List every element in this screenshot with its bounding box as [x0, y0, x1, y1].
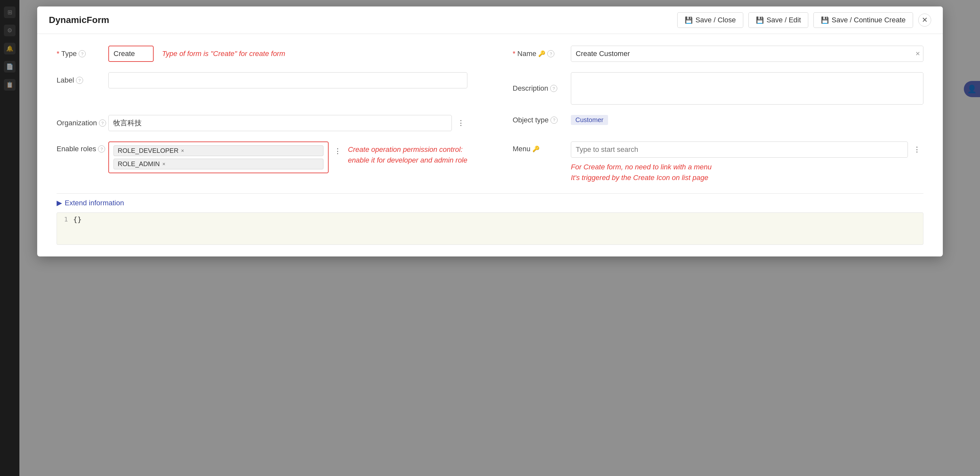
form-col-type: * Type ? Create Type of form is "Create"…	[57, 46, 467, 62]
objtype-help-icon[interactable]: ?	[550, 117, 558, 124]
label-label: Label ?	[57, 76, 108, 85]
role-developer-tag: ROLE_DEVELOPER ×	[113, 145, 323, 156]
close-icon: ✕	[922, 16, 928, 24]
menu-annotation-line2: It's triggered by the Create Icon on lis…	[571, 172, 923, 183]
org-input[interactable]	[108, 115, 452, 131]
role-admin-tag: ROLE_ADMIN ×	[113, 159, 323, 169]
form-col-desc: Description ?	[513, 72, 923, 105]
modal-overlay: DynamicForm 💾 Save / Close 💾 Save / Edit…	[0, 0, 980, 476]
roles-box: ROLE_DEVELOPER × ROLE_ADMIN ×	[108, 142, 329, 173]
save-edit-icon: 💾	[756, 16, 764, 24]
type-value: Create	[113, 50, 135, 58]
role-admin-label: ROLE_ADMIN	[118, 160, 160, 168]
roles-annotation-line1: Create operation permission control:	[348, 144, 467, 155]
menu-label: Menu 🔑	[513, 142, 565, 153]
name-help-icon[interactable]: ?	[547, 50, 554, 58]
save-continue-create-button[interactable]: 💾 Save / Continue Create	[813, 12, 913, 28]
type-input[interactable]: Create	[108, 46, 154, 62]
role-developer-remove[interactable]: ×	[181, 148, 184, 154]
org-label-text: Organization	[57, 119, 97, 127]
menu-wrapper: ⋮	[571, 142, 923, 158]
modal-close-button[interactable]: ✕	[918, 14, 931, 27]
extend-section: ▶ Extend information	[57, 193, 923, 207]
menu-annotation-line1: For Create form, no need to link with a …	[571, 161, 923, 172]
label-label-text: Label	[57, 76, 74, 85]
form-row-label-desc: Label ? Description ?	[57, 72, 923, 105]
type-label-text: Type	[62, 50, 77, 58]
extend-information-link[interactable]: ▶ Extend information	[57, 199, 923, 207]
type-required-star: *	[57, 50, 59, 58]
save-edit-button[interactable]: 💾 Save / Edit	[748, 12, 808, 28]
code-editor[interactable]: 1 {}	[57, 212, 923, 245]
name-input[interactable]	[571, 46, 923, 62]
extend-chevron-icon: ▶	[57, 199, 62, 207]
roles-label: Enable roles ?	[57, 142, 108, 153]
menu-label-text: Menu	[513, 145, 530, 153]
menu-annotation: For Create form, no need to link with a …	[571, 161, 923, 183]
modal-container: DynamicForm 💾 Save / Close 💾 Save / Edit…	[37, 6, 943, 256]
roles-help-icon[interactable]: ?	[98, 145, 105, 153]
form-row-org-objtype: Organization ? ⋮ Object type ?	[57, 115, 923, 131]
objtype-label-text: Object type	[513, 116, 549, 125]
name-key-icon: 🔑	[538, 50, 545, 58]
save-edit-label: Save / Edit	[767, 16, 801, 24]
menu-search-input[interactable]	[571, 142, 908, 158]
roles-label-text: Enable roles	[57, 145, 96, 153]
desc-label-text: Description	[513, 84, 548, 93]
roles-more-button[interactable]: ⋮	[331, 145, 344, 158]
form-col-objtype: Object type ? Customer	[513, 115, 923, 125]
type-field-wrapper: Create Type of form is "Create" for crea…	[108, 46, 467, 62]
save-close-label: Save / Close	[695, 16, 736, 24]
description-textarea[interactable]	[571, 72, 923, 105]
org-more-button[interactable]: ⋮	[454, 117, 467, 129]
code-line-1: 1 {}	[57, 213, 923, 226]
form-col-org: Organization ? ⋮	[57, 115, 467, 131]
name-input-wrapper: ✕	[571, 46, 923, 62]
role-developer-label: ROLE_DEVELOPER	[118, 147, 178, 155]
name-clear-button[interactable]: ✕	[915, 50, 920, 58]
roles-annotation-line2: enable it for developer and admin role	[348, 155, 467, 166]
object-type-value: Customer	[571, 115, 608, 125]
name-label-text: Name	[517, 50, 536, 58]
modal-body: * Type ? Create Type of form is "Create"…	[37, 34, 943, 256]
desc-label: Description ?	[513, 84, 565, 93]
menu-more-button[interactable]: ⋮	[910, 143, 923, 156]
form-col-menu: Menu 🔑 ⋮ For Create form, no need to lin…	[513, 142, 923, 183]
form-row-roles-menu: Enable roles ? ROLE_DEVELOPER × ROLE_ADM…	[57, 142, 923, 183]
roles-annotation: Create operation permission control: ena…	[348, 144, 467, 166]
form-col-label: Label ?	[57, 72, 467, 88]
name-required-star: *	[513, 50, 515, 58]
menu-key-icon: 🔑	[532, 145, 539, 153]
line-content-1: {}	[73, 215, 82, 224]
type-label: * Type ?	[57, 50, 108, 58]
modal-title: DynamicForm	[49, 15, 109, 25]
desc-help-icon[interactable]: ?	[550, 85, 557, 92]
save-continue-label: Save / Continue Create	[832, 16, 905, 24]
save-close-icon: 💾	[685, 16, 693, 24]
name-label: * Name 🔑 ?	[513, 50, 565, 58]
form-col-roles: Enable roles ? ROLE_DEVELOPER × ROLE_ADM…	[57, 142, 467, 173]
type-annotation: Type of form is "Create" for create form	[162, 50, 285, 58]
type-help-icon[interactable]: ?	[79, 50, 86, 58]
org-wrapper: ⋮	[108, 115, 467, 131]
label-help-icon[interactable]: ?	[76, 77, 83, 84]
form-row-type-name: * Type ? Create Type of form is "Create"…	[57, 46, 923, 62]
org-label: Organization ?	[57, 119, 108, 127]
save-continue-icon: 💾	[821, 16, 829, 24]
header-actions: 💾 Save / Close 💾 Save / Edit 💾 Save / Co…	[677, 12, 931, 28]
modal-header: DynamicForm 💾 Save / Close 💾 Save / Edit…	[37, 6, 943, 34]
label-input[interactable]	[108, 72, 467, 88]
extend-label: Extend information	[65, 199, 124, 207]
objtype-label: Object type ?	[513, 116, 565, 125]
save-close-button[interactable]: 💾 Save / Close	[677, 12, 743, 28]
form-col-name: * Name 🔑 ? ✕	[513, 46, 923, 62]
line-number-1: 1	[57, 215, 73, 224]
role-admin-remove[interactable]: ×	[162, 161, 165, 167]
org-help-icon[interactable]: ?	[99, 120, 106, 126]
object-type-tag: Customer	[571, 115, 608, 125]
